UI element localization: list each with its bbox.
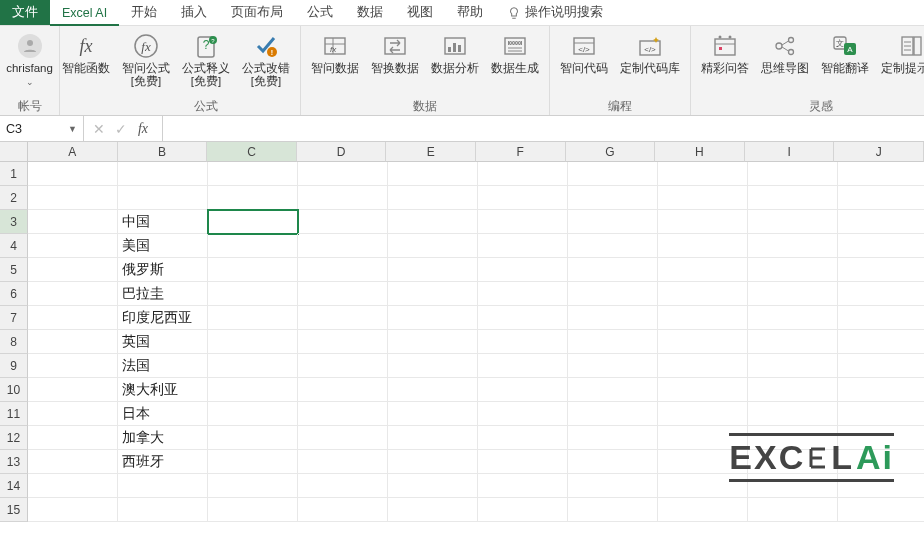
cell[interactable] bbox=[838, 306, 924, 330]
cell[interactable] bbox=[298, 330, 388, 354]
cell[interactable] bbox=[388, 234, 478, 258]
column-header[interactable]: H bbox=[655, 142, 745, 162]
cell[interactable] bbox=[748, 306, 838, 330]
cell[interactable] bbox=[298, 402, 388, 426]
cell[interactable] bbox=[838, 330, 924, 354]
translate-button[interactable]: 文A 智能翻译 bbox=[815, 28, 875, 75]
cell[interactable] bbox=[388, 426, 478, 450]
column-header[interactable]: C bbox=[207, 142, 297, 162]
cell[interactable]: 日本 bbox=[118, 402, 208, 426]
tab-data[interactable]: 数据 bbox=[345, 0, 395, 25]
cell[interactable] bbox=[748, 498, 838, 522]
cell[interactable] bbox=[208, 474, 298, 498]
cell[interactable] bbox=[28, 162, 118, 186]
tab-formulas[interactable]: 公式 bbox=[295, 0, 345, 25]
cell[interactable] bbox=[838, 378, 924, 402]
cell[interactable] bbox=[298, 378, 388, 402]
cell[interactable] bbox=[28, 474, 118, 498]
row-header[interactable]: 6 bbox=[0, 282, 28, 306]
cell[interactable] bbox=[568, 402, 658, 426]
cell[interactable] bbox=[658, 234, 748, 258]
select-all-corner[interactable] bbox=[0, 142, 28, 162]
cell[interactable] bbox=[298, 234, 388, 258]
custom-prompt-button[interactable]: 定制提示词 bbox=[875, 28, 924, 75]
qa-button[interactable]: 精彩问答 bbox=[695, 28, 755, 75]
account-button[interactable]: chrisfang⌄ bbox=[4, 28, 55, 89]
cell[interactable] bbox=[478, 282, 568, 306]
column-header[interactable]: E bbox=[386, 142, 476, 162]
row-header[interactable]: 4 bbox=[0, 234, 28, 258]
cell[interactable] bbox=[208, 330, 298, 354]
smart-function-button[interactable]: fx 智能函数 bbox=[63, 28, 109, 75]
cell[interactable] bbox=[478, 450, 568, 474]
cell[interactable]: 巴拉圭 bbox=[118, 282, 208, 306]
cell[interactable] bbox=[208, 162, 298, 186]
cell[interactable] bbox=[658, 354, 748, 378]
cell[interactable] bbox=[838, 402, 924, 426]
tab-tell-me[interactable]: 操作说明搜索 bbox=[495, 0, 615, 25]
cell[interactable] bbox=[568, 450, 658, 474]
cell[interactable] bbox=[388, 306, 478, 330]
cell[interactable] bbox=[208, 426, 298, 450]
cell[interactable] bbox=[118, 498, 208, 522]
cell[interactable] bbox=[28, 306, 118, 330]
cell[interactable] bbox=[388, 402, 478, 426]
cell[interactable] bbox=[748, 402, 838, 426]
cell[interactable]: 中国 bbox=[118, 210, 208, 234]
ask-code-button[interactable]: </> 智问代码 bbox=[554, 28, 614, 75]
cell[interactable] bbox=[118, 186, 208, 210]
row-header[interactable]: 8 bbox=[0, 330, 28, 354]
row-header[interactable]: 2 bbox=[0, 186, 28, 210]
tab-insert[interactable]: 插入 bbox=[169, 0, 219, 25]
cell[interactable] bbox=[748, 162, 838, 186]
row-header[interactable]: 13 bbox=[0, 450, 28, 474]
explain-formula-button[interactable]: ?? 公式释义 [免费] bbox=[176, 28, 236, 88]
cell[interactable] bbox=[298, 498, 388, 522]
cell[interactable] bbox=[298, 474, 388, 498]
cell[interactable] bbox=[28, 450, 118, 474]
cell[interactable] bbox=[478, 354, 568, 378]
cell[interactable] bbox=[658, 162, 748, 186]
cell[interactable] bbox=[388, 450, 478, 474]
cell[interactable] bbox=[208, 186, 298, 210]
cell[interactable]: 印度尼西亚 bbox=[118, 306, 208, 330]
cell[interactable] bbox=[388, 354, 478, 378]
column-header[interactable]: D bbox=[297, 142, 387, 162]
cell[interactable] bbox=[208, 354, 298, 378]
cell[interactable] bbox=[28, 234, 118, 258]
custom-code-lib-button[interactable]: </> 定制代码库 bbox=[614, 28, 686, 75]
cell[interactable] bbox=[478, 186, 568, 210]
cell[interactable] bbox=[658, 306, 748, 330]
cell[interactable] bbox=[388, 258, 478, 282]
cell[interactable]: 法国 bbox=[118, 354, 208, 378]
cell[interactable] bbox=[838, 186, 924, 210]
cell[interactable] bbox=[388, 186, 478, 210]
tab-file[interactable]: 文件 bbox=[0, 0, 50, 25]
cell[interactable] bbox=[658, 258, 748, 282]
cell[interactable] bbox=[28, 210, 118, 234]
cell[interactable] bbox=[388, 162, 478, 186]
row-header[interactable]: 9 bbox=[0, 354, 28, 378]
cell[interactable] bbox=[478, 402, 568, 426]
cell[interactable] bbox=[568, 186, 658, 210]
cell[interactable] bbox=[478, 378, 568, 402]
cell[interactable] bbox=[298, 426, 388, 450]
ask-formula-button[interactable]: fx 智问公式 [免费] bbox=[116, 28, 176, 88]
cell[interactable] bbox=[748, 282, 838, 306]
cell[interactable] bbox=[388, 474, 478, 498]
mindmap-button[interactable]: 思维导图 bbox=[755, 28, 815, 75]
cell[interactable] bbox=[298, 306, 388, 330]
row-header[interactable]: 3 bbox=[0, 210, 28, 234]
cell[interactable] bbox=[658, 282, 748, 306]
cell[interactable] bbox=[568, 474, 658, 498]
cell[interactable] bbox=[478, 498, 568, 522]
cell[interactable] bbox=[568, 306, 658, 330]
cell[interactable] bbox=[208, 378, 298, 402]
cell[interactable] bbox=[208, 234, 298, 258]
cell[interactable] bbox=[388, 282, 478, 306]
name-box[interactable]: C3 ▼ bbox=[0, 116, 84, 141]
column-header[interactable]: A bbox=[28, 142, 118, 162]
cell[interactable] bbox=[478, 474, 568, 498]
column-header[interactable]: G bbox=[566, 142, 656, 162]
cell[interactable] bbox=[478, 210, 568, 234]
